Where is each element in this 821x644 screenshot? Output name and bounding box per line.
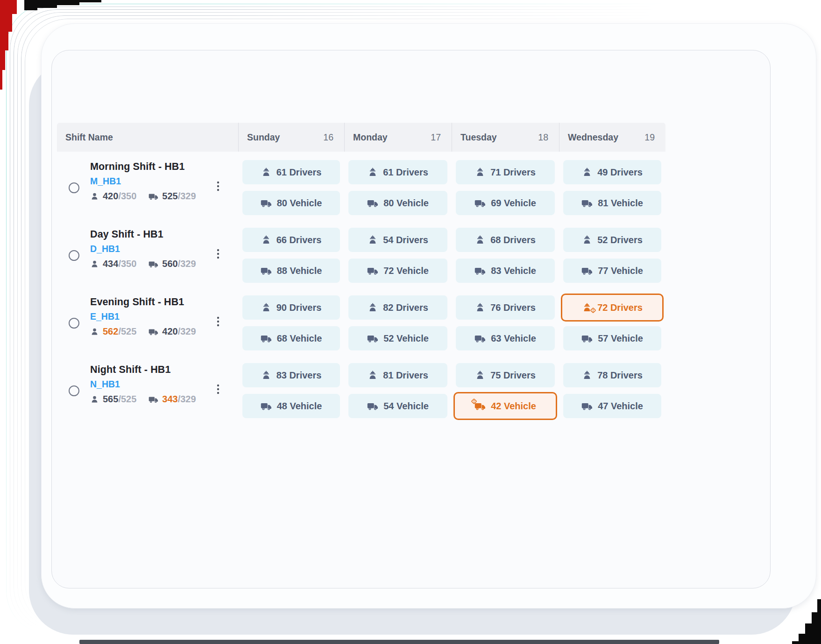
vehicles-chip[interactable]: 83 Vehicle [456,259,555,283]
column-header-sunday: Sunday 16 [238,123,344,152]
shift-stats: 565/525 343/329 [90,394,238,405]
driver-icon [261,235,271,245]
radio-button[interactable] [69,182,79,193]
shift-code-link[interactable]: N_HB1 [90,379,120,390]
vehicles-count-label: 47 Vehicle [598,401,643,412]
drivers-chip[interactable]: 61 Drivers [242,160,340,184]
kebab-menu-icon[interactable] [217,384,219,395]
shift-code-link[interactable]: E_HB1 [90,311,120,322]
vehicles-stat: 560/329 [149,259,196,269]
drivers-count-label: 61 Drivers [383,167,428,178]
shift-stats: 434/350 560/329 [90,259,238,269]
vehicles-count-label: 48 Vehicle [277,401,322,412]
truck-icon [367,266,378,276]
table-header: Shift Name Sunday 16 Monday 17 Tuesday 1… [57,123,665,152]
corner-artifact [24,0,101,10]
schedule-cell-tuesday: 75 Drivers 42 Vehicle [452,363,559,418]
drivers-chip[interactable]: 71 Drivers [456,160,555,184]
drivers-count-label: 78 Drivers [597,370,643,381]
driver-icon [582,302,592,313]
schedule-cell-sunday: 90 Drivers 68 Vehicle [238,295,344,350]
drivers-actual: 420 [103,191,118,201]
truck-icon [367,198,378,208]
schedule-cell-wednesday: 49 Drivers 81 Vehicle [559,160,665,215]
schedule-cell-sunday: 66 Drivers 88 Vehicle [238,228,344,283]
vehicles-count-label: 80 Vehicle [383,198,429,209]
drivers-chip[interactable]: 72 Drivers [561,294,664,322]
vehicles-chip[interactable]: 81 Vehicle [563,191,661,215]
truck-icon [149,260,158,268]
vehicles-chip[interactable]: 48 Vehicle [242,394,340,418]
drivers-chip[interactable]: 52 Drivers [563,228,661,252]
driver-icon [368,370,378,380]
drivers-chip[interactable]: 82 Drivers [348,295,447,320]
drivers-chip[interactable]: 68 Drivers [456,228,555,252]
drivers-chip[interactable]: 54 Drivers [348,228,447,252]
drivers-chip[interactable]: 66 Drivers [242,228,340,252]
vehicles-actual: 560 [162,259,177,269]
vehicles-chip[interactable]: 80 Vehicle [348,191,447,215]
vehicles-count-label: 77 Vehicle [598,266,643,276]
truck-icon [149,328,158,336]
schedule-cell-monday: 82 Drivers 52 Vehicle [344,295,452,350]
drivers-chip[interactable]: 81 Drivers [348,363,447,387]
drivers-count-label: 82 Drivers [383,302,428,313]
vehicles-count-label: 42 Vehicle [491,401,536,412]
schedule-cell-wednesday: 78 Drivers 47 Vehicle [559,363,665,418]
vehicles-chip[interactable]: 42 Vehicle [453,392,557,420]
warning-icon [470,398,478,405]
vehicles-chip[interactable]: 52 Vehicle [348,326,447,350]
shift-stats: 562/525 420/329 [90,326,238,337]
vehicles-chip[interactable]: 57 Vehicle [563,326,661,350]
schedule-cell-monday: 54 Drivers 72 Vehicle [344,228,452,283]
shift-code-link[interactable]: D_HB1 [90,244,120,254]
drivers-actual: 434 [103,259,118,269]
vehicles-capacity: /329 [178,326,196,336]
truck-icon [261,334,272,343]
vehicles-stat: 343/329 [149,394,196,405]
drivers-count-label: 52 Drivers [597,235,643,245]
kebab-menu-icon[interactable] [217,316,219,327]
driver-icon [582,167,592,177]
drivers-chip[interactable]: 75 Drivers [456,363,555,387]
vehicles-count-label: 83 Vehicle [491,266,536,276]
schedule-cell-tuesday: 76 Drivers 63 Vehicle [452,295,559,350]
vehicles-actual: 343 [162,394,177,404]
radio-button[interactable] [69,250,79,261]
drivers-chip[interactable]: 90 Drivers [242,295,340,320]
vehicles-capacity: /329 [178,394,196,404]
person-icon [90,395,99,404]
vehicles-chip[interactable]: 54 Vehicle [348,394,447,418]
vehicles-chip[interactable]: 88 Vehicle [242,259,340,283]
radio-button[interactable] [69,385,79,396]
vehicles-chip[interactable]: 47 Vehicle [563,394,661,418]
drivers-chip[interactable]: 83 Drivers [242,363,340,387]
drivers-capacity: /525 [118,326,136,336]
vehicles-chip[interactable]: 68 Vehicle [242,326,340,350]
vehicles-chip[interactable]: 77 Vehicle [563,259,661,283]
drivers-count-label: 71 Drivers [490,167,536,178]
vehicles-count-label: 54 Vehicle [383,401,429,412]
kebab-menu-icon[interactable] [217,248,219,259]
drivers-chip[interactable]: 49 Drivers [563,160,661,184]
person-icon [90,327,99,336]
truck-icon [367,334,378,343]
vehicles-count-label: 52 Vehicle [383,333,429,344]
vehicles-chip[interactable]: 69 Vehicle [456,191,555,215]
drivers-actual: 565 [103,394,118,404]
kebab-menu-icon[interactable] [217,181,219,192]
drivers-chip[interactable]: 61 Drivers [348,160,447,184]
vehicles-chip[interactable]: 80 Vehicle [242,191,340,215]
vehicles-chip[interactable]: 63 Vehicle [456,326,555,350]
column-header-monday: Monday 17 [344,123,452,152]
schedule-cell-monday: 61 Drivers 80 Vehicle [344,160,452,215]
radio-button[interactable] [69,318,79,329]
column-header-wednesday: Wednesday 19 [559,123,665,152]
shift-cell: Night Shift - HB1 N_HB1 565/525 343/329 [57,363,238,418]
shift-code-link[interactable]: M_HB1 [90,176,121,187]
shift-row-day: Day Shift - HB1 D_HB1 434/350 560/329 [57,228,665,283]
drivers-chip[interactable]: 76 Drivers [456,295,555,320]
vehicles-chip[interactable]: 72 Vehicle [348,259,447,283]
drivers-capacity: /525 [118,394,136,404]
drivers-chip[interactable]: 78 Drivers [563,363,661,387]
